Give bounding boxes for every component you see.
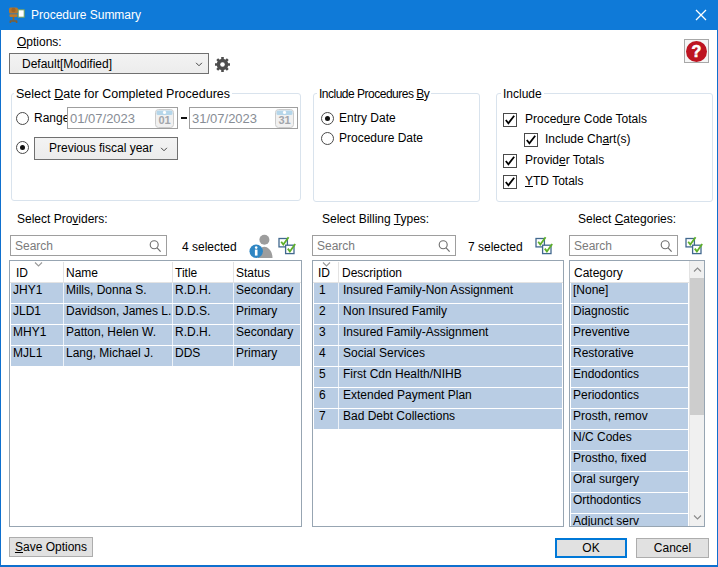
svg-text:31: 31 (278, 114, 290, 126)
svg-text:01: 01 (158, 114, 170, 126)
